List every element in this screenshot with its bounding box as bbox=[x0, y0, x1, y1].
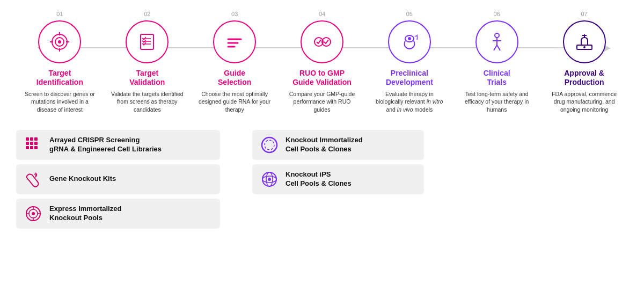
svg-point-45 bbox=[265, 140, 274, 150]
products-col-1: Arrayed CRISPR ScreeninggRNA & Engineere… bbox=[16, 130, 220, 229]
product-label-knockout-ips: Knockout iPSCell Pools & Clones bbox=[286, 170, 352, 188]
product-item-knockout-kits[interactable]: Gene Knockout Kits bbox=[16, 164, 220, 194]
step-desc-07: FDA approval, commence drug manufacturin… bbox=[547, 90, 622, 114]
svg-rect-33 bbox=[26, 146, 29, 149]
svg-rect-31 bbox=[30, 142, 33, 145]
main-container: 01 TargetIdentification Screen to discov… bbox=[0, 0, 644, 234]
product-icon-crispr bbox=[24, 135, 43, 155]
step-title-01: TargetIdentification bbox=[36, 69, 83, 87]
product-label-crispr: Arrayed CRISPR ScreeninggRNA & Engineere… bbox=[49, 136, 162, 154]
step-icon-03 bbox=[213, 20, 256, 63]
products-area: Arrayed CRISPR ScreeninggRNA & Engineere… bbox=[5, 130, 639, 229]
product-icon-knockout-kits bbox=[24, 170, 43, 189]
step-desc-04: Compare your GMP-guide performance with … bbox=[284, 90, 360, 114]
step-number-03: 03 bbox=[231, 11, 238, 17]
product-label-knockout-kits: Gene Knockout Kits bbox=[49, 174, 116, 184]
product-label-knockout-immortalized: Knockout ImmortalizedCell Pools & Clones bbox=[286, 136, 363, 154]
step-number-01: 01 bbox=[56, 11, 63, 17]
svg-point-17 bbox=[408, 37, 411, 40]
svg-rect-35 bbox=[34, 146, 38, 149]
timeline: 01 TargetIdentification Screen to discov… bbox=[5, 11, 639, 114]
step-icon-01 bbox=[38, 20, 81, 63]
step-icon-05 bbox=[388, 20, 431, 63]
svg-point-2 bbox=[58, 40, 61, 43]
svg-rect-29 bbox=[34, 137, 38, 141]
svg-point-44 bbox=[262, 137, 277, 152]
step-number-05: 05 bbox=[406, 11, 413, 17]
svg-point-26 bbox=[583, 46, 586, 48]
step-icon-02 bbox=[126, 20, 169, 63]
step-06: 06 ClinicalTrials Test long-term safety … bbox=[453, 11, 540, 114]
step-number-04: 04 bbox=[319, 11, 325, 17]
step-title-05: PreclinicalDevelopment bbox=[386, 69, 433, 87]
step-desc-01: Screen to discover genes or mutations in… bbox=[22, 90, 97, 114]
svg-rect-7 bbox=[141, 34, 153, 49]
step-03: 03 GuideSelection Choose the most optima… bbox=[191, 11, 279, 114]
svg-point-49 bbox=[268, 178, 271, 181]
step-01: 01 TargetIdentification Screen to discov… bbox=[16, 11, 104, 114]
svg-line-21 bbox=[494, 45, 497, 50]
product-item-knockout-immortalized[interactable]: Knockout ImmortalizedCell Pools & Clones bbox=[252, 130, 424, 160]
step-number-02: 02 bbox=[144, 11, 150, 17]
svg-rect-34 bbox=[30, 146, 33, 149]
step-title-04: RUO to GMPGuide Validation bbox=[292, 69, 352, 87]
product-item-express-immortalized[interactable]: Express ImmortalizedKnockout Pools bbox=[16, 199, 220, 229]
step-title-03: GuideSelection bbox=[218, 69, 251, 87]
step-05: 05 PreclinicalDevelopment Evaluate thera… bbox=[365, 11, 453, 114]
step-title-02: TargetValidation bbox=[129, 69, 165, 87]
step-desc-02: Validate the targets identified from scr… bbox=[109, 90, 185, 114]
step-02: 02 TargetValidation Validate the targets… bbox=[104, 11, 191, 114]
step-desc-03: Choose the most optimally designed guide… bbox=[197, 90, 272, 114]
step-number-07: 07 bbox=[581, 11, 587, 17]
svg-point-39 bbox=[32, 212, 35, 215]
svg-rect-32 bbox=[34, 142, 38, 145]
step-title-07: Approval &Production bbox=[564, 69, 604, 87]
step-icon-07 bbox=[563, 20, 606, 63]
step-icon-06 bbox=[475, 20, 518, 63]
product-label-express-immortalized: Express ImmortalizedKnockout Pools bbox=[49, 205, 121, 223]
step-title-06: ClinicalTrials bbox=[484, 69, 510, 87]
product-item-knockout-ips[interactable]: Knockout iPSCell Pools & Clones bbox=[252, 164, 424, 194]
svg-line-22 bbox=[497, 45, 500, 50]
product-icon-knockout-immortalized bbox=[260, 135, 279, 155]
step-07: 07 Approval &Production FDA approval, co… bbox=[540, 11, 628, 114]
products-col-2: Knockout ImmortalizedCell Pools & Clones… bbox=[252, 130, 424, 229]
step-number-06: 06 bbox=[494, 11, 500, 17]
svg-point-18 bbox=[495, 33, 499, 38]
product-item-crispr[interactable]: Arrayed CRISPR ScreeninggRNA & Engineere… bbox=[16, 130, 220, 160]
svg-rect-27 bbox=[26, 137, 29, 141]
product-icon-knockout-ips bbox=[260, 170, 279, 189]
step-04: 04 RUO to GMPGuide Validation Compare yo… bbox=[279, 11, 366, 114]
step-icon-04 bbox=[301, 20, 343, 63]
step-desc-05: Evaluate therapy in biologically relevan… bbox=[372, 90, 447, 114]
svg-rect-30 bbox=[26, 142, 29, 145]
svg-rect-28 bbox=[30, 137, 33, 141]
product-icon-express-immortalized bbox=[24, 204, 43, 223]
step-desc-06: Test long-term safety and efficacy of yo… bbox=[459, 90, 535, 114]
